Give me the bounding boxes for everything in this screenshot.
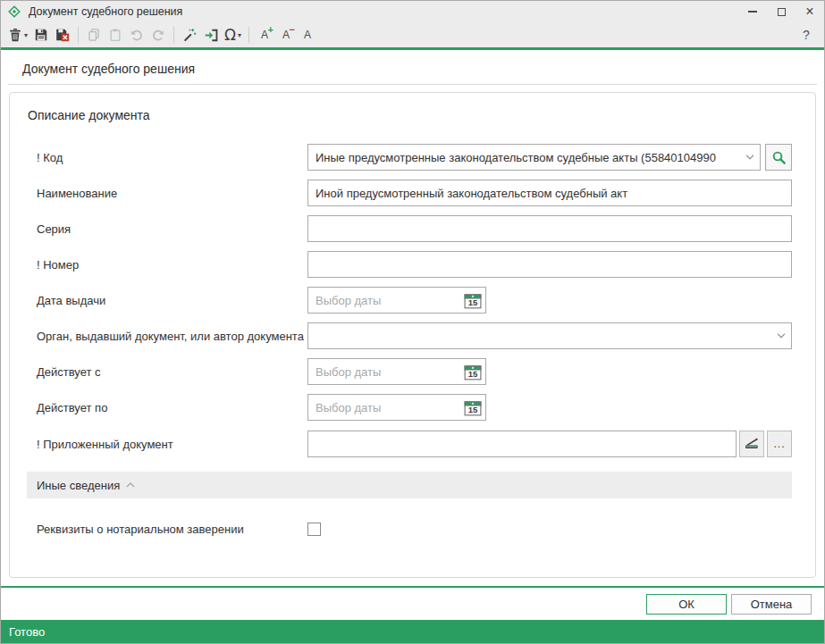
form-row-number: ! Номер: [10, 251, 815, 278]
minimize-button[interactable]: [738, 1, 767, 22]
font-decrease-icon: A−: [280, 27, 292, 43]
form-row-valid-to: Действует по 15: [10, 394, 815, 421]
field-label: Действует с: [10, 365, 307, 379]
omega-icon: Ω: [224, 28, 236, 43]
valid-from-input[interactable]: [308, 360, 460, 383]
status-text: Готово: [9, 625, 45, 639]
page-header-block: Документ судебного решения: [8, 50, 817, 85]
form-row-authority: Орган, выдавший документ, или автор доку…: [10, 322, 815, 349]
main-content: Документ судебного решения Описание доку…: [1, 50, 824, 586]
code-combobox-value: Иные предусмотренные законодательством с…: [316, 151, 742, 164]
field-label: ! Приложенный документ: [10, 438, 307, 451]
series-input[interactable]: [307, 215, 792, 242]
svg-text:15: 15: [468, 369, 478, 379]
calendar-icon: 15: [464, 399, 482, 416]
save-button[interactable]: [30, 24, 52, 46]
valid-from-field: 15: [307, 358, 486, 385]
section-header-other-info[interactable]: Иные сведения: [27, 472, 792, 498]
issue-date-input[interactable]: [308, 289, 460, 312]
field-label: Реквизиты о нотариальном заверении: [10, 523, 307, 536]
save-icon: [34, 28, 48, 42]
copy-button[interactable]: [83, 24, 105, 46]
scanner-icon: [744, 437, 760, 451]
chevron-down-icon: [745, 155, 754, 160]
section-title: Иные сведения: [37, 479, 120, 492]
field-label: Серия: [10, 222, 307, 236]
cancel-button[interactable]: Отмена: [731, 594, 812, 615]
field-area: ...: [307, 431, 792, 457]
authority-combobox[interactable]: [307, 322, 792, 349]
field-label: ! Код: [10, 151, 307, 164]
document-description-panel: Описание документа ! Код Иные предусмотр…: [9, 92, 816, 578]
scan-button[interactable]: [739, 431, 764, 457]
field-label: Дата выдачи: [10, 294, 307, 307]
redo-icon: [151, 28, 165, 42]
valid-from-calendar-button[interactable]: 15: [460, 359, 485, 384]
undo-button[interactable]: [126, 24, 147, 46]
field-area: 15: [307, 287, 792, 314]
page-title: Документ судебного решения: [22, 62, 817, 76]
code-combobox[interactable]: Иные предусмотренные законодательством с…: [307, 144, 761, 171]
field-area: [307, 251, 792, 278]
browse-button[interactable]: ...: [767, 431, 792, 457]
delete-button[interactable]: ▾: [5, 24, 30, 46]
export-excel-button[interactable]: [52, 24, 73, 46]
form-row-valid-from: Действует с 15: [10, 358, 815, 385]
name-input[interactable]: [307, 180, 792, 206]
valid-to-field: 15: [307, 394, 486, 421]
close-button[interactable]: ×: [796, 1, 824, 22]
field-area: [307, 515, 792, 542]
field-area: Иные предусмотренные законодательством с…: [307, 144, 792, 171]
font-increase-button[interactable]: A+: [254, 24, 275, 46]
font-increase-icon: A+: [258, 27, 271, 43]
paste-icon: [108, 28, 122, 42]
footer: ОК Отмена: [1, 588, 824, 620]
field-area: [307, 322, 792, 349]
titlebar: Документ судебного решения ×: [1, 1, 824, 22]
dialog-window: Документ судебного решения × ▾: [0, 0, 825, 644]
symbols-button[interactable]: Ω ▾: [222, 24, 244, 46]
trash-icon: [8, 28, 22, 42]
field-label: Наименование: [10, 187, 307, 200]
calendar-icon: 15: [464, 292, 482, 309]
calendar-icon: 15: [464, 364, 482, 381]
maximize-icon: [778, 8, 786, 16]
form-row-attached-document: ! Приложенный документ ...: [10, 431, 815, 457]
form-row-code: ! Код Иные предусмотренные законодательс…: [10, 144, 815, 171]
notary-checkbox[interactable]: [307, 523, 321, 536]
valid-to-calendar-button[interactable]: 15: [460, 395, 485, 420]
ellipsis-icon: ...: [773, 438, 785, 450]
valid-to-input[interactable]: [308, 396, 460, 419]
wand-button[interactable]: [179, 24, 200, 46]
import-button[interactable]: [200, 24, 222, 46]
ok-button[interactable]: ОК: [646, 594, 727, 615]
field-label: Орган, выдавший документ, или автор доку…: [10, 330, 307, 343]
form-row-series: Серия: [10, 215, 815, 242]
undo-icon: [130, 28, 144, 42]
field-label: Действует по: [10, 401, 307, 414]
statusbar: Готово: [1, 620, 824, 643]
issue-date-calendar-button[interactable]: 15: [460, 288, 485, 313]
delete-dropdown-caret: ▾: [24, 31, 28, 39]
font-decrease-button[interactable]: A−: [275, 24, 297, 46]
help-icon: ?: [803, 28, 810, 42]
maximize-button[interactable]: [767, 1, 796, 22]
chevron-down-icon: [777, 333, 786, 339]
font-reset-button[interactable]: A: [297, 24, 318, 46]
chevron-up-icon: [126, 482, 135, 488]
code-search-button[interactable]: [765, 144, 792, 171]
app-target-icon: [7, 4, 21, 19]
field-area: 15: [307, 394, 792, 421]
issue-date-field: 15: [307, 287, 486, 314]
window-title: Документ судебного решения: [29, 5, 182, 18]
field-label: ! Номер: [10, 258, 307, 272]
redo-button[interactable]: [147, 24, 169, 46]
toolbar-separator: [78, 27, 79, 43]
form-row-notary: Реквизиты о нотариальном заверении: [10, 515, 815, 542]
paste-button[interactable]: [105, 24, 126, 46]
attached-document-input[interactable]: [307, 431, 737, 457]
help-button[interactable]: ?: [796, 24, 817, 46]
magic-wand-icon: [182, 28, 197, 42]
number-input[interactable]: [307, 251, 792, 278]
svg-text:15: 15: [468, 297, 478, 307]
